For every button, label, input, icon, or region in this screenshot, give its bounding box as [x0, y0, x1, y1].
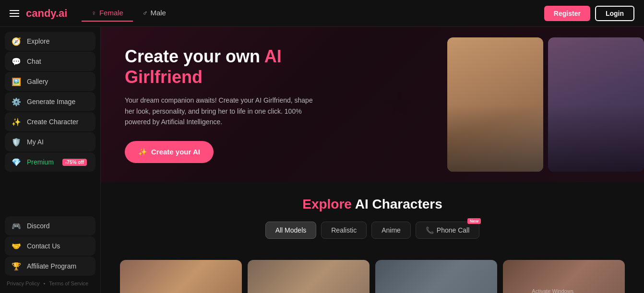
filter-realistic[interactable]: Realistic: [321, 222, 367, 239]
explore-icon: 🧭: [12, 36, 21, 46]
tab-male-label: Male: [150, 9, 166, 17]
sidebar-label-discord: Discord: [27, 222, 49, 230]
filter-all-label: All Models: [275, 226, 307, 234]
new-badge: New: [467, 218, 481, 224]
sidebar-item-chat[interactable]: 💬 Chat: [5, 52, 95, 71]
main-content: Create your own AI Girlfriend Your dream…: [101, 27, 644, 293]
char-card-bg-2: [248, 260, 370, 293]
sidebar-item-affiliate-program[interactable]: 🏆 Affiliate Program: [5, 257, 95, 276]
sidebar: 🧭 Explore 💬 Chat 🖼️ Gallery ⚙️ Generate …: [0, 27, 101, 293]
tab-female-label: Female: [99, 9, 123, 17]
hero-images: [404, 27, 644, 182]
phone-call-icon: 📞: [426, 226, 434, 234]
sidebar-item-create-character[interactable]: ✨ Create Character: [5, 112, 95, 131]
char-card-4[interactable]: 💬 Activate Windows Go to Settings to act…: [503, 260, 625, 293]
logo[interactable]: candy.ai: [26, 7, 67, 20]
filter-all-models[interactable]: All Models: [265, 222, 317, 239]
activate-line1: Activate Windows: [532, 287, 615, 293]
explore-title-accent: Explore: [302, 197, 352, 211]
sidebar-label-gallery: Gallery: [27, 78, 48, 85]
sidebar-item-explore[interactable]: 🧭 Explore: [5, 32, 95, 51]
char-card-3[interactable]: 💬: [375, 260, 497, 293]
generate-image-icon: ⚙️: [12, 97, 21, 106]
activate-windows-watermark: Activate Windows Go to Settings to activ…: [532, 287, 615, 293]
sidebar-item-generate-image[interactable]: ⚙️ Generate Image: [5, 92, 95, 111]
sidebar-item-contact-us[interactable]: 🤝 Contact Us: [5, 236, 95, 256]
char-card-1[interactable]: 💬: [120, 260, 242, 293]
logo-accent: .ai: [56, 7, 67, 19]
hero-title-accent: AI: [264, 47, 282, 66]
sidebar-item-gallery[interactable]: 🖼️ Gallery: [5, 72, 95, 91]
char-card-2[interactable]: 💬: [248, 260, 370, 293]
hero-description: Your dream companion awaits! Create your…: [125, 95, 317, 127]
sidebar-item-premium[interactable]: 💎 Premium -75% off: [5, 152, 95, 172]
filter-anime-label: Anime: [382, 226, 401, 234]
char-card-bg-3: [375, 260, 497, 293]
hero-title-girlfriend: Girlfriend: [125, 67, 203, 87]
hero-title-part1: Create your own: [125, 47, 264, 66]
terms-link[interactable]: Terms of Service: [49, 281, 88, 286]
sidebar-item-my-ai[interactable]: 🛡️ My AI: [5, 132, 95, 152]
hero-title: Create your own AI Girlfriend: [125, 46, 365, 87]
hero-image-realistic: [447, 37, 543, 172]
my-ai-icon: 🛡️: [12, 137, 21, 147]
create-ai-label: Create your AI: [151, 148, 200, 156]
explore-title-rest: AI Characters: [352, 197, 442, 211]
create-character-icon: ✨: [12, 117, 21, 127]
main-layout: 🧭 Explore 💬 Chat 🖼️ Gallery ⚙️ Generate …: [0, 27, 644, 293]
hero-content: Create your own AI Girlfriend Your dream…: [125, 46, 365, 163]
navbar: candy.ai ♀ Female ♂ Male Register Login: [0, 0, 644, 27]
sidebar-item-discord[interactable]: 🎮 Discord: [5, 216, 95, 235]
sidebar-label-contact-us: Contact Us: [27, 242, 60, 250]
filter-phone-call[interactable]: 📞 Phone Call New: [416, 222, 480, 239]
sidebar-label-chat: Chat: [27, 58, 41, 65]
discord-icon: 🎮: [12, 221, 21, 231]
filter-tabs: All Models Realistic Anime 📞 Phone Call …: [120, 222, 625, 239]
hero-banner: Create your own AI Girlfriend Your dream…: [101, 27, 644, 182]
chat-icon: 💬: [12, 57, 21, 66]
sidebar-label-my-ai: My AI: [27, 138, 44, 146]
sidebar-label-affiliate-program: Affiliate Program: [27, 262, 76, 270]
nav-actions: Register Login: [544, 6, 634, 21]
privacy-policy-link[interactable]: Privacy Policy: [7, 281, 39, 286]
sidebar-label-generate-image: Generate Image: [27, 98, 75, 105]
female-symbol: ♀: [91, 9, 96, 17]
register-button[interactable]: Register: [544, 6, 590, 21]
hamburger-menu[interactable]: [10, 10, 19, 17]
logo-main: candy: [26, 7, 56, 19]
filter-realistic-label: Realistic: [331, 226, 357, 234]
sidebar-bottom: 🎮 Discord 🤝 Contact Us 🏆 Affiliate Progr…: [5, 216, 95, 277]
login-button[interactable]: Login: [595, 6, 634, 21]
sidebar-label-premium: Premium: [27, 158, 54, 166]
create-ai-icon: ✨: [138, 148, 147, 156]
affiliate-icon: 🏆: [12, 261, 21, 271]
nav-tabs: ♀ Female ♂ Male: [82, 5, 544, 22]
gallery-icon: 🖼️: [12, 77, 21, 86]
sidebar-label-explore: Explore: [27, 37, 49, 45]
male-symbol: ♂: [143, 9, 148, 17]
explore-section: Explore AI Characters All Models Realist…: [101, 182, 644, 260]
character-cards-grid: 💬 💬 💬 💬 Activate Windows Go to Settings …: [101, 260, 644, 293]
hero-image-anime: [548, 37, 644, 172]
tab-female[interactable]: ♀ Female: [82, 5, 133, 22]
premium-discount-badge: -75% off: [62, 159, 87, 166]
filter-phone-label: Phone Call: [437, 226, 470, 234]
sidebar-footer: Privacy Policy • Terms of Service: [5, 277, 95, 288]
char-card-bg-1: [120, 260, 242, 293]
sidebar-label-create-character: Create Character: [27, 118, 78, 126]
explore-title: Explore AI Characters: [120, 197, 625, 212]
filter-anime[interactable]: Anime: [371, 222, 411, 239]
premium-icon: 💎: [12, 157, 21, 167]
contact-icon: 🤝: [12, 241, 21, 251]
tab-male[interactable]: ♂ Male: [133, 5, 176, 22]
create-ai-button[interactable]: ✨ Create your AI: [125, 141, 214, 163]
